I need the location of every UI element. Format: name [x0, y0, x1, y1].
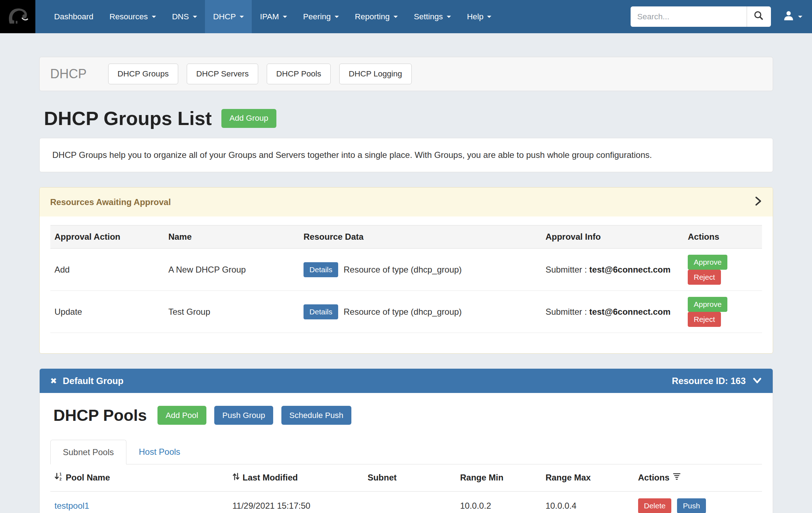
details-button[interactable]: Details [304, 262, 338, 277]
pools-title: DHCP Pools [54, 406, 147, 425]
resource-type-text: Resource of type (dhcp_group) [344, 307, 462, 317]
reject-button[interactable]: Reject [688, 312, 721, 327]
resource-id-label: Resource ID: 163 [672, 376, 746, 386]
sort-numeric-icon[interactable]: 12 [55, 472, 63, 483]
main-nav: Dashboard Resources DNS DHCP IPAM Peerin… [46, 0, 500, 33]
search-button[interactable] [747, 6, 771, 27]
push-button[interactable]: Push [677, 498, 706, 513]
group-panel-body: DHCP Pools Add Pool Push Group Schedule … [40, 393, 773, 513]
pools-table: 12 Pool Name Last Modified [50, 464, 762, 513]
filter-icon[interactable] [673, 473, 681, 483]
push-group-button[interactable]: Push Group [214, 406, 273, 425]
reject-button[interactable]: Reject [688, 270, 721, 285]
sort-icon[interactable] [232, 472, 240, 483]
col-approval-action: Approval Action [50, 225, 164, 249]
add-pool-button[interactable]: Add Pool [157, 406, 206, 425]
approval-action-value: Update [50, 291, 164, 333]
title-row: DHCP Groups List Add Group [39, 107, 773, 129]
approval-panel-header[interactable]: Resources Awaiting Approval [40, 188, 773, 216]
default-group-panel: ✖ Default Group Resource ID: 163 DHCP Po… [39, 369, 773, 513]
schedule-push-button[interactable]: Schedule Push [281, 406, 351, 425]
chevron-down-icon [283, 16, 287, 18]
resource-id-toggle[interactable]: Resource ID: 163 [672, 376, 762, 386]
nav-item-reporting[interactable]: Reporting [347, 0, 406, 33]
col-last-modified: Last Modified [242, 473, 298, 483]
chevron-down-icon [152, 16, 156, 18]
approval-table: Approval Action Name Resource Data Appro… [50, 225, 762, 333]
tab-host-pools[interactable]: Host Pools [126, 440, 192, 464]
submitter-prefix: Submitter : [546, 307, 590, 317]
approval-panel: Resources Awaiting Approval Approval Act… [39, 187, 773, 354]
range-min-value: 10.0.0.2 [456, 491, 541, 513]
nav-item-settings[interactable]: Settings [406, 0, 459, 33]
svg-text:2: 2 [59, 477, 61, 481]
nav-item-peering[interactable]: Peering [295, 0, 347, 33]
user-icon [783, 10, 795, 24]
approval-panel-title: Resources Awaiting Approval [50, 197, 171, 207]
description-card: DHCP Groups help you to organize all of … [39, 138, 773, 172]
pools-table-header-row: 12 Pool Name Last Modified [50, 464, 762, 492]
submitter-email: test@6connect.com [589, 307, 670, 317]
navbar-right [631, 0, 812, 33]
approval-action-value: Add [50, 249, 164, 291]
nav-item-ipam[interactable]: IPAM [252, 0, 295, 33]
mammoth-logo-icon [5, 4, 30, 29]
approval-row: Add A New DHCP Group Details Resource of… [50, 249, 762, 291]
search-group [631, 6, 771, 27]
approve-button[interactable]: Approve [688, 297, 727, 312]
col-approval-info: Approval Info [541, 225, 684, 249]
search-icon [754, 11, 763, 23]
description-text: DHCP Groups help you to organize all of … [52, 150, 652, 160]
svg-text:1: 1 [59, 472, 61, 476]
group-panel-header: ✖ Default Group Resource ID: 163 [40, 369, 773, 393]
chevron-right-icon[interactable] [755, 196, 762, 209]
nav-item-dns[interactable]: DNS [164, 0, 205, 33]
last-modified-value: 11/29/2021 15:17:50 [228, 491, 364, 513]
nav-item-dashboard[interactable]: Dashboard [46, 0, 101, 33]
chevron-down-icon [798, 16, 802, 18]
submitter-prefix: Submitter : [546, 265, 590, 274]
dhcp-pools-button[interactable]: DHCP Pools [267, 64, 331, 84]
submitter-email: test@6connect.com [589, 265, 670, 274]
chevron-down-icon [752, 376, 762, 386]
group-title: Default Group [63, 376, 124, 386]
approval-name-value: A New DHCP Group [164, 249, 299, 291]
col-subnet: Subnet [363, 464, 456, 492]
approval-name-value: Test Group [164, 291, 299, 333]
delete-button[interactable]: Delete [638, 498, 672, 513]
col-actions: Actions [638, 473, 670, 483]
app-root: Dashboard Resources DNS DHCP IPAM Peerin… [0, 0, 812, 513]
pool-tabs: Subnet Pools Host Pools [50, 440, 762, 464]
chevron-down-icon [394, 16, 398, 18]
dhcp-servers-button[interactable]: DHCP Servers [187, 64, 258, 84]
approval-row: Update Test Group Details Resource of ty… [50, 291, 762, 333]
pool-row: testpool1 11/29/2021 15:17:50 10.0.0.2 1… [50, 491, 762, 513]
col-range-max: Range Max [541, 464, 634, 492]
user-menu[interactable] [783, 10, 803, 24]
chevron-down-icon [240, 16, 244, 18]
tab-subnet-pools[interactable]: Subnet Pools [50, 440, 127, 464]
chevron-down-icon [335, 16, 339, 18]
details-button[interactable]: Details [304, 304, 338, 319]
close-icon[interactable]: ✖ [50, 376, 57, 386]
search-input[interactable] [631, 6, 747, 27]
nav-item-help[interactable]: Help [459, 0, 500, 33]
approval-panel-body: Approval Action Name Resource Data Appro… [40, 216, 773, 353]
dhcp-groups-button[interactable]: DHCP Groups [108, 64, 178, 84]
pools-title-row: DHCP Pools Add Pool Push Group Schedule … [50, 406, 762, 425]
col-name: Name [164, 225, 299, 249]
dhcp-subnav: DHCP DHCP Groups DHCP Servers DHCP Pools… [39, 57, 773, 91]
approve-button[interactable]: Approve [688, 255, 727, 270]
pool-name-link[interactable]: testpool1 [55, 501, 89, 510]
col-resource-data: Resource Data [299, 225, 541, 249]
dhcp-logging-button[interactable]: DHCP Logging [339, 64, 412, 84]
brand-logo[interactable] [0, 0, 35, 33]
col-pool-name: Pool Name [66, 473, 110, 483]
subnav-title: DHCP [50, 66, 87, 81]
nav-item-dhcp[interactable]: DHCP [205, 0, 252, 33]
top-navbar: Dashboard Resources DNS DHCP IPAM Peerin… [0, 0, 812, 33]
chevron-down-icon [193, 16, 197, 18]
chevron-down-icon [447, 16, 451, 18]
nav-item-resources[interactable]: Resources [101, 0, 164, 33]
add-group-button[interactable]: Add Group [221, 109, 276, 128]
